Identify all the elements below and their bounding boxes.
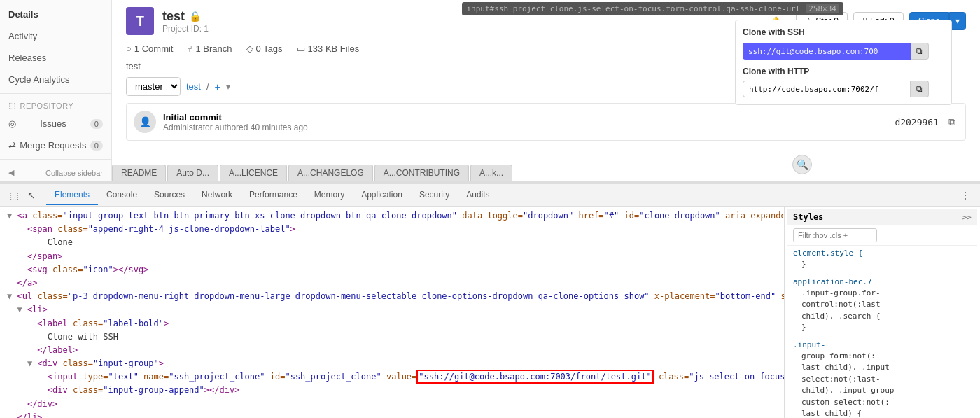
merge-icon: ⇄ (8, 140, 16, 151)
merge-requests-badge: 0 (90, 141, 103, 151)
commit-row: 👤 Initial commit Administrator authored … (126, 103, 966, 141)
issues-icon: ◎ (8, 118, 16, 129)
file-tab-auto[interactable]: Auto D... (167, 165, 218, 181)
styles-filter-input[interactable] (793, 228, 877, 242)
commits-stat[interactable]: ○ 1 Commit (126, 43, 173, 54)
search-overlay-button[interactable]: 🔍 (792, 155, 812, 174)
devtools-more-button[interactable]: ⋮ (956, 187, 974, 204)
dom-line: ▼ <ul class="p-3 dropdown-menu-right dro… (6, 290, 778, 303)
styles-rule-2: .input- group form:not(: last-child), .i… (788, 337, 977, 419)
devtools-content: ▼ <a class="input-group-text btn btn-pri… (0, 207, 980, 418)
tag-icon: ◇ (246, 43, 253, 54)
file-tab-changelog[interactable]: A...CHANGELOG (288, 165, 373, 181)
devtools-section: ⬚ ↖ Elements Console Sources Network Per… (0, 182, 980, 418)
tab-elements[interactable]: Elements (46, 186, 98, 205)
dom-panel[interactable]: ▼ <a class="input-group-text btn btn-pri… (0, 207, 784, 418)
app-container: Details Activity Releases Cycle Analytic… (0, 0, 980, 418)
file-tabs: README Auto D... A...LICENCE A...CHANGEL… (112, 165, 980, 181)
main-content: T test 🔒 Project ID: 1 🔔 ☆ Star 0 (112, 0, 980, 181)
http-copy-button[interactable]: ⧉ (911, 81, 929, 97)
lock-icon: 🔒 (189, 11, 201, 22)
branch-icon: ⑂ (187, 43, 192, 54)
dom-line: ▼ <a class="input-group-text btn btn-pri… (6, 209, 778, 223)
commit-hash: d2029961 (895, 117, 939, 127)
sidebar-item-merge-requests[interactable]: ⇄ Merge Requests 0 (0, 134, 111, 156)
ssh-copy-button[interactable]: ⧉ (911, 43, 929, 60)
http-section-label: Clone with HTTP (743, 67, 944, 76)
styles-panel-header: Styles >> (788, 209, 977, 225)
dom-line: <label class="label-bold"> (6, 317, 778, 330)
ssh-input-row: ⧉ (743, 43, 944, 60)
clone-selector-tooltip: input#ssh_project_clone.js-select-on-foc… (462, 2, 844, 15)
file-tab-readme[interactable]: README (112, 165, 166, 181)
sidebar-item-issues[interactable]: ◎ Issues 0 (0, 113, 111, 134)
ssh-clone-input[interactable] (743, 43, 911, 60)
branches-stat[interactable]: ⑂ 1 Branch (187, 43, 232, 54)
files-icon: ▭ (297, 43, 305, 54)
add-path-button[interactable]: + (215, 81, 220, 92)
tab-network[interactable]: Network (193, 186, 241, 205)
tab-audits[interactable]: Audits (458, 186, 498, 205)
commit-avatar: 👤 (134, 111, 156, 133)
devtools-toolbar: ⬚ ↖ Elements Console Sources Network Per… (0, 184, 980, 207)
sidebar-item-releases[interactable]: Releases (0, 47, 111, 69)
dom-line: <span class="append-right-4 js-clone-dro… (6, 223, 778, 236)
styles-rule-element: element.style { } (788, 246, 977, 274)
dom-line: </a> (6, 277, 778, 290)
dom-line: <svg class="icon"></svg> (6, 263, 778, 277)
dom-line: ▼ <li> (6, 303, 778, 316)
file-tab-licence[interactable]: A...LICENCE (220, 165, 287, 181)
styles-rule-1: application-bec.7 .input-group.for- cont… (788, 274, 977, 337)
collapse-icon: ◀ (8, 168, 14, 177)
path-segment[interactable]: test (186, 81, 201, 92)
search-icon: 🔍 (797, 159, 808, 170)
file-tab-contributing[interactable]: A...CONTRIBUTING (374, 165, 469, 181)
sidebar-divider (0, 93, 111, 94)
clone-popup: Clone with SSH ⧉ Clone with HTTP ⧉ (735, 20, 952, 105)
tab-memory[interactable]: Memory (306, 186, 353, 205)
branch-select[interactable]: master (126, 77, 181, 96)
commit-info: Initial commit Administrator authored 40… (163, 112, 888, 132)
file-tab-more[interactable]: A...k... (470, 165, 512, 181)
commit-title: Initial commit (163, 112, 888, 123)
dom-line: </li> (6, 411, 778, 418)
tags-stat[interactable]: ◇ 0 Tags (246, 43, 283, 54)
devtools-divider (43, 188, 43, 202)
dom-line: </div> (6, 398, 778, 411)
commit-copy-button[interactable]: ⧉ (946, 115, 958, 130)
project-title: test 🔒 (162, 9, 209, 24)
styles-panel: Styles >> element.style { } application-… (784, 207, 980, 418)
issues-badge: 0 (90, 119, 103, 129)
dom-line: <div class="input-group-append"></div> (6, 384, 778, 397)
dom-line: ▼ <div class="input-group"> (6, 357, 778, 370)
styles-filter-row (788, 225, 977, 246)
repo-icon: ⬚ (8, 101, 16, 110)
collapse-sidebar-btn[interactable]: ◀ Collapse sidebar (0, 162, 111, 183)
sidebar-section-repository[interactable]: ⬚ Repository (0, 97, 111, 113)
http-input-row: ⧉ (743, 81, 944, 97)
dom-line: Clone with SSH (6, 330, 778, 344)
devtools-pointer-button[interactable]: ⬚ (6, 187, 23, 204)
tab-sources[interactable]: Sources (146, 186, 193, 205)
tab-security[interactable]: Security (411, 186, 458, 205)
sidebar: Details Activity Releases Cycle Analytic… (0, 0, 112, 181)
ssh-section-label: Clone with SSH (743, 27, 944, 37)
sidebar-header: Details (0, 4, 111, 25)
files-stat[interactable]: ▭ 133 KB Files (297, 43, 360, 54)
dom-line: </label> (6, 344, 778, 357)
dom-line: </span> (6, 250, 778, 263)
project-avatar: T (126, 7, 154, 35)
tab-console[interactable]: Console (98, 186, 146, 205)
commit-meta: Administrator authored 40 minutes ago (163, 123, 888, 132)
tab-performance[interactable]: Performance (241, 186, 306, 205)
devtools-inspect-button[interactable]: ↖ (23, 187, 40, 204)
http-clone-input[interactable] (743, 81, 911, 97)
sidebar-item-cycle-analytics[interactable]: Cycle Analytics (0, 69, 111, 90)
dom-line: Clone (6, 236, 778, 249)
sidebar-divider-2 (0, 159, 111, 160)
tab-application[interactable]: Application (353, 186, 411, 205)
project-id: Project ID: 1 (162, 24, 209, 34)
gitlab-section: Details Activity Releases Cycle Analytic… (0, 0, 980, 182)
commits-icon: ○ (126, 43, 132, 54)
sidebar-item-activity[interactable]: Activity (0, 25, 111, 47)
